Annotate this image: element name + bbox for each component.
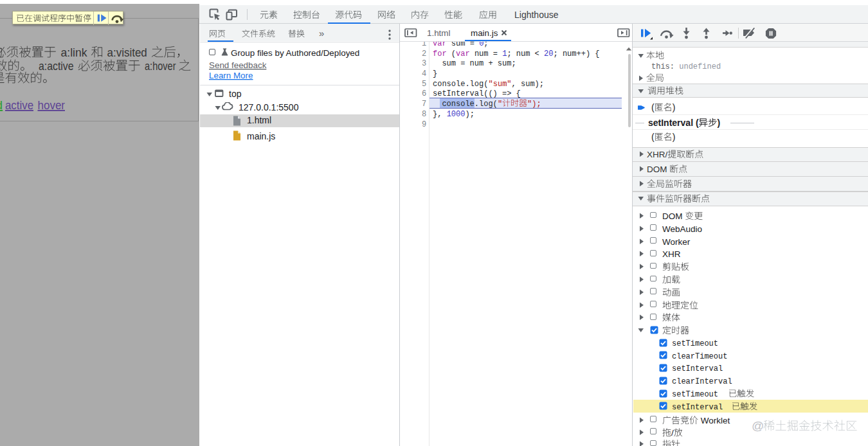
- svg-text:Learn More: Learn More: [209, 71, 253, 80]
- svg-text:hover: hover: [37, 98, 65, 112]
- svg-text:main.js: main.js: [471, 28, 498, 38]
- svg-text:): ): [718, 118, 721, 128]
- svg-text:»: »: [319, 28, 324, 39]
- svg-text:20: 20: [544, 49, 553, 58]
- svg-text:ed: ed: [0, 98, 3, 112]
- svg-text:},: },: [433, 110, 447, 119]
- svg-text:@: @: [752, 419, 764, 433]
- svg-text:sum = num + sum;: sum = num + sum;: [433, 59, 516, 68]
- svg-text:");: ");: [527, 100, 541, 109]
- svg-text:": ": [498, 100, 502, 109]
- svg-text:1.html: 1.html: [427, 28, 450, 38]
- svg-text:): ): [673, 132, 676, 142]
- svg-text:(: (: [651, 132, 655, 142]
- svg-text:a:hover: a:hover: [145, 59, 176, 73]
- svg-text:; num++) {: ; num++) {: [553, 49, 599, 58]
- svg-text:9: 9: [422, 120, 426, 129]
- svg-text:active: active: [5, 98, 33, 112]
- svg-text:(: (: [693, 118, 699, 128]
- svg-text:Lighthouse: Lighthouse: [514, 10, 559, 20]
- svg-text:undefined: undefined: [679, 62, 721, 71]
- svg-text:);: );: [465, 110, 474, 119]
- svg-text:1000: 1000: [446, 110, 465, 119]
- svg-text:Worklet: Worklet: [698, 416, 730, 425]
- svg-text:main.js: main.js: [247, 131, 275, 141]
